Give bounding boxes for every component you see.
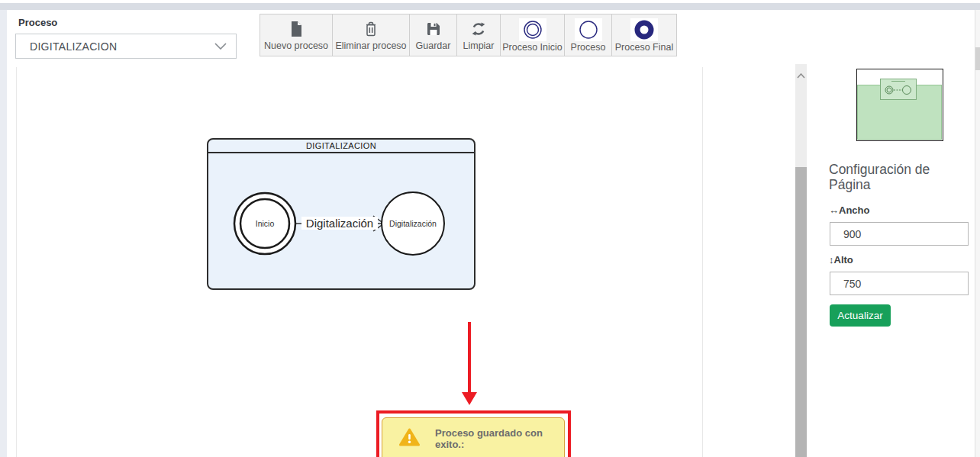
delete-process-button[interactable]: Eliminar proceso: [333, 14, 410, 56]
success-toast: Proceso guardado con exito.:: [382, 417, 565, 457]
toolbar: Nuevo proceso Eliminar proceso: [260, 14, 677, 56]
annotation-arrow-head: [462, 392, 477, 405]
update-button[interactable]: Actualizar: [830, 304, 891, 327]
warning-triangle-icon: [399, 428, 420, 449]
toast-message: Proceso guardado con exito.:: [435, 427, 556, 450]
edge-label[interactable]: Digitalización: [301, 217, 378, 230]
chevron-down-icon: [214, 43, 227, 50]
window-scrollbar-thumb[interactable]: [975, 47, 980, 70]
start-node-label[interactable]: Inicio: [234, 219, 295, 228]
clear-button[interactable]: Limpiar: [457, 14, 501, 56]
save-button[interactable]: Guardar: [410, 14, 457, 56]
task-circle-icon: [575, 18, 602, 41]
process-dropdown[interactable]: DIGITALIZACION: [15, 34, 237, 59]
window-scrollbar[interactable]: [975, 10, 980, 457]
start-event-double-circle-icon: [519, 18, 546, 41]
diagram-minimap[interactable]: [856, 69, 943, 141]
horizontal-arrows-icon: ↔: [829, 204, 839, 216]
canvas-vertical-scrollbar[interactable]: [795, 64, 807, 457]
new-document-icon: [289, 18, 304, 40]
height-input[interactable]: [830, 272, 969, 295]
floppy-save-icon: [426, 18, 441, 40]
minimap-pool-preview: [880, 79, 917, 100]
process-pool[interactable]: DIGITALIZACION Inicio Digitalización Dig…: [207, 138, 475, 290]
top-chrome-strip: [0, 3, 980, 10]
scroll-up-icon[interactable]: [797, 68, 805, 82]
process-end-tool-button[interactable]: Proceso Final: [612, 14, 676, 56]
pool-body: Inicio Digitalización Digitalización: [208, 153, 474, 288]
diagram-canvas[interactable]: DIGITALIZACION Inicio Digitalización Dig…: [16, 67, 703, 457]
process-designer-app: Proceso DIGITALIZACION Nuevo proceso: [0, 0, 980, 457]
end-event-ring-icon: [630, 18, 658, 41]
pool-title: DIGITALIZACION: [306, 141, 376, 150]
width-input[interactable]: [830, 222, 969, 246]
process-start-tool-button[interactable]: Proceso Inicio: [501, 14, 565, 56]
trash-icon: [363, 18, 379, 40]
task-node-label[interactable]: Digitalización: [382, 219, 443, 228]
process-dropdown-value: DIGITALIZACION: [30, 40, 214, 53]
left-chrome-strip: [0, 10, 7, 457]
width-field-label: ↔Ancho: [829, 204, 869, 216]
new-process-button[interactable]: Nuevo proceso: [260, 14, 333, 56]
scrollbar-thumb[interactable]: [795, 167, 807, 457]
page-config-heading: Configuración de Página: [829, 162, 962, 192]
process-task-tool-button[interactable]: Proceso: [565, 14, 612, 56]
annotation-arrow-line: [468, 322, 471, 394]
process-select-label: Proceso: [18, 17, 57, 28]
refresh-icon: [470, 18, 487, 40]
pool-header: DIGITALIZACION: [208, 140, 474, 153]
height-field-label: ↕Alto: [829, 254, 853, 266]
